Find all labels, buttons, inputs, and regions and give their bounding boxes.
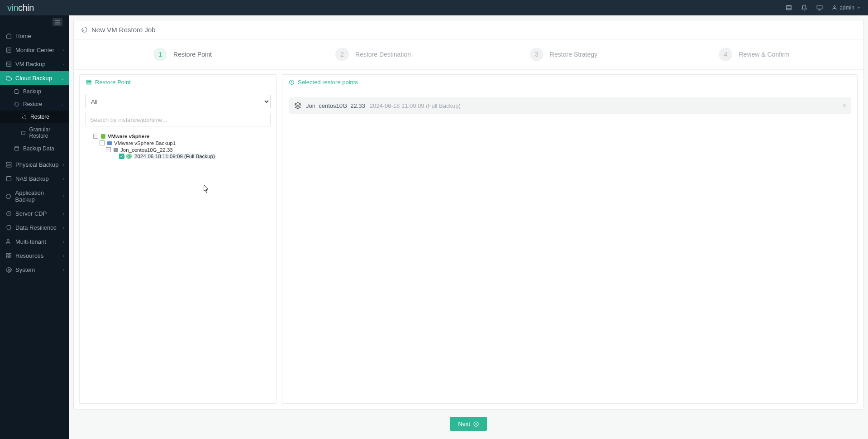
nav-physical-backup[interactable]: Physical Backup‹ bbox=[0, 158, 69, 172]
nas-icon bbox=[5, 176, 12, 182]
collapse-icon[interactable]: − bbox=[106, 147, 111, 152]
nav-restore[interactable]: Restore⌄ bbox=[0, 98, 69, 111]
svg-point-20 bbox=[7, 240, 9, 241]
arrow-right-icon bbox=[473, 421, 479, 427]
nav-label: VM Backup bbox=[15, 61, 45, 68]
nav-nas-backup[interactable]: NAS Backup‹ bbox=[0, 172, 69, 186]
job-icon bbox=[106, 140, 112, 146]
stack-icon bbox=[86, 79, 92, 85]
restore-icon bbox=[21, 115, 27, 120]
brand-part2: chin bbox=[18, 3, 34, 13]
step-3[interactable]: 3Restore Strategy bbox=[468, 48, 659, 61]
wizard-steps: 1Restore Point 2Restore Destination 3Res… bbox=[74, 39, 863, 70]
selected-restore-point: Jon_centos10G_22.33 2024-06-18 11:09:09 … bbox=[289, 97, 851, 114]
step-num: 2 bbox=[335, 48, 349, 61]
nav-monitor[interactable]: Monitor Center‹ bbox=[0, 43, 69, 57]
nav-label: Monitor Center bbox=[15, 47, 54, 53]
nav-server-cdp[interactable]: Server CDP‹ bbox=[0, 207, 69, 221]
svg-rect-22 bbox=[9, 254, 11, 256]
users-icon bbox=[5, 239, 12, 245]
collapse-icon[interactable]: − bbox=[93, 134, 98, 139]
chevron-down-icon bbox=[857, 6, 861, 10]
layers-icon bbox=[294, 102, 301, 109]
card-body: Jon_centos10G_22.33 2024-06-18 11:09:09 … bbox=[282, 90, 857, 403]
tree-restore-point[interactable]: ✓ ◷ 2024-06-18 11:09:09 (Full Backup) bbox=[85, 153, 271, 159]
nav-label: Backup Data bbox=[23, 145, 54, 152]
app-icon bbox=[5, 193, 11, 199]
chevron-down-icon: ⌄ bbox=[61, 76, 64, 81]
svg-rect-29 bbox=[101, 134, 105, 139]
nav-home[interactable]: Home bbox=[0, 29, 69, 43]
chevron-down-icon: ⌄ bbox=[61, 102, 64, 106]
nav-resources[interactable]: Resources‹ bbox=[0, 249, 69, 263]
chevron-icon: ‹ bbox=[63, 48, 64, 53]
tree-label: 2024-06-18 11:09:09 (Full Backup) bbox=[134, 154, 216, 159]
chevron-icon: ‹ bbox=[63, 163, 64, 167]
selected-name: Jon_centos10G_22.33 bbox=[306, 102, 365, 109]
sidebar-collapse[interactable] bbox=[0, 15, 69, 29]
page-title: New VM Restore Job bbox=[74, 20, 863, 39]
list-icon[interactable] bbox=[786, 4, 793, 11]
[interactable]: − VMware vSphere bbox=[85, 133, 271, 140]
restore-point-tree: − VMware vSphere − VMware vSphere Backup… bbox=[85, 133, 271, 159]
nav-multi-tenant[interactable]: Multi-tenant‹ bbox=[0, 235, 69, 249]
tree-vm[interactable]: − Jon_centos10G_22.33 bbox=[85, 146, 271, 153]
nav-label: Home bbox=[15, 33, 31, 39]
tree-label: Jon_centos10G_22.33 bbox=[120, 147, 173, 153]
monitor-icon[interactable] bbox=[816, 4, 824, 11]
collapse-icon[interactable]: − bbox=[100, 140, 105, 145]
clock-icon: ◷ bbox=[126, 154, 132, 159]
tree-job[interactable]: − VMware vSphere Backup1 bbox=[85, 140, 271, 146]
step-num: 3 bbox=[530, 48, 544, 61]
topbar-right: admin bbox=[786, 4, 861, 11]
chart-icon bbox=[5, 47, 12, 53]
nav-label: Server CDP bbox=[15, 210, 47, 217]
content-row: Restore Point All − VMware vSph bbox=[74, 70, 863, 409]
nav-data-resilience[interactable]: Data Resilience‹ bbox=[0, 221, 69, 235]
chevron-icon: ‹ bbox=[63, 226, 64, 230]
nav-granular-restore[interactable]: Granular Restore bbox=[0, 123, 69, 142]
step-4[interactable]: 4Review & Confirm bbox=[659, 48, 849, 61]
nav-restore-sub[interactable]: Restore bbox=[0, 111, 69, 123]
bell-icon[interactable] bbox=[801, 4, 808, 11]
step-2[interactable]: 2Restore Destination bbox=[278, 48, 468, 61]
nav-app-backup[interactable]: Application Backup‹ bbox=[0, 186, 69, 207]
nav-backup[interactable]: Backup bbox=[0, 85, 69, 98]
sidebar: Home Monitor Center‹ VMVM Backup‹ Cloud … bbox=[0, 15, 69, 439]
step-1[interactable]: 1Restore Point bbox=[87, 48, 278, 61]
cdp-icon bbox=[5, 211, 12, 217]
nav-system[interactable]: System‹ bbox=[0, 263, 69, 277]
nav-label: NAS Backup bbox=[15, 175, 49, 182]
svg-text:VM: VM bbox=[7, 63, 10, 66]
nav-label: Restore bbox=[30, 114, 49, 120]
next-button[interactable]: Next bbox=[450, 417, 487, 431]
brand-logo: vinchin bbox=[7, 3, 34, 13]
tree-label: VMware vSphere bbox=[108, 134, 149, 139]
grid-icon bbox=[5, 253, 12, 259]
svg-rect-16 bbox=[6, 165, 11, 167]
search-input[interactable] bbox=[85, 113, 271, 126]
nav-vm-backup[interactable]: VMVM Backup‹ bbox=[0, 57, 69, 71]
user-menu[interactable]: admin bbox=[832, 5, 861, 11]
chevron-icon: ‹ bbox=[63, 254, 64, 258]
wizard-panel: New VM Restore Job 1Restore Point 2Resto… bbox=[73, 20, 863, 410]
svg-rect-26 bbox=[87, 80, 91, 81]
checkbox-checked-icon[interactable]: ✓ bbox=[119, 154, 124, 159]
svg-rect-13 bbox=[22, 131, 25, 134]
nav-label: Backup bbox=[23, 88, 41, 95]
vm-icon bbox=[113, 147, 119, 153]
svg-rect-0 bbox=[787, 5, 792, 10]
home-icon bbox=[5, 33, 12, 39]
filter-select[interactable]: All bbox=[85, 95, 271, 108]
restore-icon bbox=[14, 101, 20, 107]
nav-label: Cloud Backup bbox=[15, 75, 52, 82]
nav-cloud-backup[interactable]: Cloud Backup⌄ bbox=[0, 71, 69, 85]
close-icon[interactable]: × bbox=[843, 102, 846, 109]
step-num: 1 bbox=[153, 48, 167, 61]
tree-label: VMware vSphere Backup1 bbox=[114, 140, 176, 146]
nav-backup-data[interactable]: Backup Data bbox=[0, 142, 69, 155]
svg-rect-23 bbox=[6, 256, 8, 258]
nav-label: Restore bbox=[23, 101, 42, 107]
svg-rect-17 bbox=[6, 177, 11, 181]
save-icon bbox=[14, 89, 20, 94]
